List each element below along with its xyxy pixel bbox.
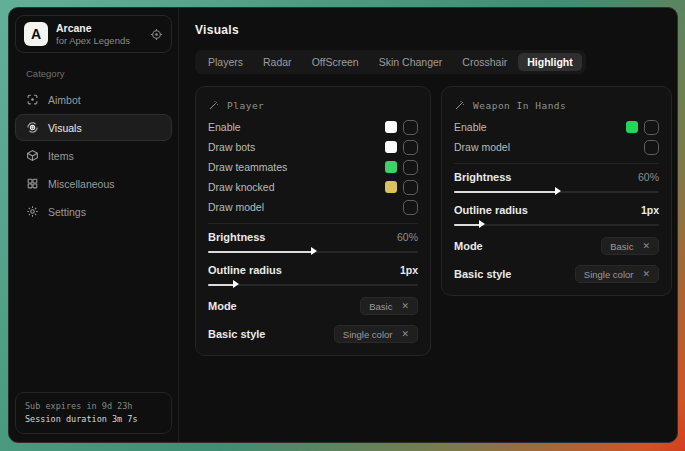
slider-thumb[interactable] [233,280,239,288]
toggle-row-draw-model: Draw model [208,197,418,217]
checkbox[interactable] [403,120,418,135]
weapon-in-hands-panel: Weapon In Hands Enable Draw model [441,86,672,296]
cheat-menu-window: A Arcane for Apex Legends Category [8,7,678,443]
session-duration-text: Session duration 3m 7s [25,413,162,426]
tab-players[interactable]: Players [199,53,252,71]
slider-thumb[interactable] [555,187,561,195]
sidebar-item-settings[interactable]: Settings [15,198,172,225]
category-label: Category [26,68,161,79]
slider-value: 1px [400,264,418,276]
panel-title: Player [227,100,264,111]
mode-tag[interactable]: Basic ✕ [601,237,659,255]
sidebar-item-visuals[interactable]: Visuals [15,114,172,141]
sidebar-item-label: Visuals [48,122,82,134]
color-swatch[interactable] [385,181,397,193]
mode-select-row: Mode Basic ✕ [208,295,418,317]
toggle-row-draw-bots: Draw bots [208,137,418,157]
brightness-slider[interactable] [454,190,659,193]
slider-thumb[interactable] [479,220,485,228]
divider [454,163,659,164]
basic-style-select-row: Basic style Single color ✕ [208,323,418,345]
outline-radius-slider[interactable] [208,283,418,286]
app-subtitle: for Apex Legends [56,35,130,47]
tab-crosshair[interactable]: Crosshair [453,53,516,71]
slider-label: Outline radius [208,264,282,276]
remove-tag-icon[interactable]: ✕ [642,269,650,279]
color-swatch[interactable] [385,121,397,133]
mode-select-row: Mode Basic ✕ [454,235,659,257]
checkbox[interactable] [403,140,418,155]
player-panel: Player Enable Draw bots [195,86,431,356]
package-icon [26,149,39,162]
wand-icon [208,99,220,111]
target-icon[interactable] [150,28,163,41]
slider-label: Brightness [208,231,265,243]
main-content: Visuals Players Radar OffScreen Skin Cha… [179,8,678,442]
toggle-row-draw-model: Draw model [454,137,659,157]
remove-tag-icon[interactable]: ✕ [642,241,650,251]
toggle-row-draw-knocked: Draw knocked [208,177,418,197]
gear-icon [26,205,39,218]
brand-card: A Arcane for Apex Legends [15,15,172,53]
slider-value: 1px [641,204,659,216]
checkbox[interactable] [403,160,418,175]
sidebar-item-label: Settings [48,206,86,218]
game-background: A Arcane for Apex Legends Category [0,0,685,451]
session-info-card: Sub expires in 9d 23h Session duration 3… [15,392,172,434]
settings-cards: Player Enable Draw bots [195,86,672,356]
eye-scan-icon [26,121,39,134]
outline-radius-slider[interactable] [454,223,659,226]
checkbox[interactable] [644,120,659,135]
tab-highlight[interactable]: Highlight [518,53,582,71]
sidebar-item-label: Miscellaneous [48,178,115,190]
panel-title: Weapon In Hands [473,100,566,111]
basic-style-tag[interactable]: Single color ✕ [575,265,659,283]
page-title: Visuals [195,23,672,37]
tab-radar[interactable]: Radar [254,53,301,71]
checkbox[interactable] [403,200,418,215]
sidebar-item-label: Items [48,150,74,162]
grid-icon [26,177,39,190]
basic-style-select-row: Basic style Single color ✕ [454,263,659,285]
remove-tag-icon[interactable]: ✕ [401,329,409,339]
brightness-slider[interactable] [208,250,418,253]
slider-value: 60% [397,231,418,243]
remove-tag-icon[interactable]: ✕ [401,301,409,311]
divider [208,223,418,224]
toggle-row-draw-teammates: Draw teammates [208,157,418,177]
slider-label: Brightness [454,171,511,183]
sidebar-nav: Aimbot Visuals [15,86,172,225]
wand-icon [454,99,466,111]
mode-tag[interactable]: Basic ✕ [360,297,418,315]
toggle-row-enable: Enable [454,117,659,137]
sub-expiry-text: Sub expires in 9d 23h [25,400,162,413]
slider-label: Outline radius [454,204,528,216]
tab-skin-changer[interactable]: Skin Changer [370,53,452,71]
color-swatch[interactable] [385,161,397,173]
slider-thumb[interactable] [311,247,317,255]
app-logo: A [24,22,48,46]
crosshair-brackets-icon [26,93,39,106]
toggle-row-enable: Enable [208,117,418,137]
sidebar: A Arcane for Apex Legends Category [9,8,179,442]
color-swatch[interactable] [385,141,397,153]
sidebar-item-miscellaneous[interactable]: Miscellaneous [15,170,172,197]
color-swatch[interactable] [626,121,638,133]
tab-offscreen[interactable]: OffScreen [303,53,368,71]
checkbox[interactable] [644,140,659,155]
slider-value: 60% [638,171,659,183]
checkbox[interactable] [403,180,418,195]
visuals-tabbar: Players Radar OffScreen Skin Changer Cro… [195,50,586,74]
sidebar-item-label: Aimbot [48,94,81,106]
app-title: Arcane [56,22,130,35]
sidebar-item-aimbot[interactable]: Aimbot [15,86,172,113]
sidebar-item-items[interactable]: Items [15,142,172,169]
basic-style-tag[interactable]: Single color ✕ [334,325,418,343]
